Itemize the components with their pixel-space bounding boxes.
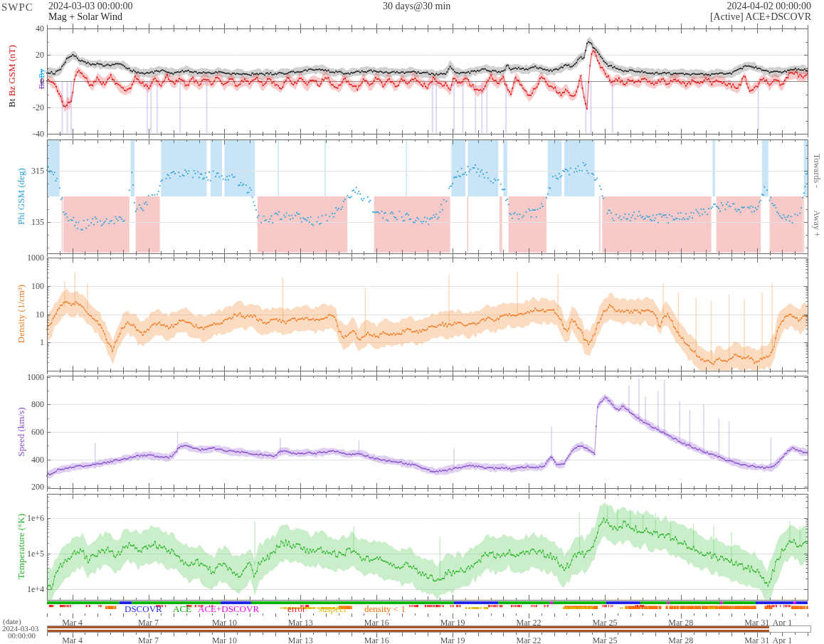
date-tick-label: Mar 19 xyxy=(440,635,465,644)
legend-item-error: error xyxy=(287,603,305,615)
y-tick-label: 10 xyxy=(3,310,44,320)
legend-item-ace: ACE xyxy=(173,603,191,615)
y-tick-label: 315 xyxy=(3,166,44,176)
y-tick-label: 1e+6 xyxy=(3,513,44,524)
y-tick-label: 0 xyxy=(3,76,44,87)
source-status: [Active] ACE+DSCOVR xyxy=(710,11,811,23)
window-start-time: 00:00:00 xyxy=(8,631,36,640)
start-datetime: 2024-03-03 00:00:00 xyxy=(48,1,133,12)
resolution-label: 30 days@30 min xyxy=(383,1,450,12)
away-label: Away + xyxy=(811,210,822,236)
y-tick-label: 1000 xyxy=(3,372,44,383)
y-tick-label: -40 xyxy=(3,129,44,139)
date-tick-label: Apr 1 xyxy=(773,635,793,644)
swpc-logo: SWPC xyxy=(1,1,33,14)
date-tick-label: Mar 28 xyxy=(668,635,693,644)
y-tick-label: 135 xyxy=(3,217,44,228)
date-tick-label: Mar 7 xyxy=(138,635,159,644)
y-tick-label: 800 xyxy=(3,399,44,410)
date-tick-label: Mar 13 xyxy=(288,635,313,644)
end-datetime: 2024-04-02 00:00:00 xyxy=(727,1,811,12)
y-tick-label: 40 xyxy=(3,23,44,34)
legend-item-ace-dscovr: ACE+DSCOVR xyxy=(198,603,259,615)
date-tick-label: Mar 25 xyxy=(592,635,617,644)
y-tick-label: 100 xyxy=(3,281,44,292)
y-tick-label: 1 xyxy=(3,337,44,348)
swpc-solar-wind-viewer: SWPC 2024-03-03 00:00:00 Mag + Solar Win… xyxy=(0,0,824,644)
y-tick-label: 200 xyxy=(3,482,44,492)
legend-item-suspect: suspect xyxy=(319,603,346,615)
date-tick-label: Mar 31 xyxy=(744,635,769,644)
phi-axis-label: Phi GSM (deg) xyxy=(16,168,27,224)
date-tick-label: Mar 16 xyxy=(364,635,389,644)
y-tick-label: 1e+5 xyxy=(3,549,44,559)
plot-title: Mag + Solar Wind xyxy=(48,11,122,23)
legend-item-density-1: density < 1 xyxy=(364,603,406,615)
time-range-handle[interactable] xyxy=(48,626,769,632)
y-tick-label: 1000 xyxy=(3,253,44,263)
y-tick-label: 20 xyxy=(3,50,44,60)
time-range-scrollbar[interactable] xyxy=(47,625,811,633)
date-tick-label: Mar 22 xyxy=(517,635,542,644)
towards-label: Towards - xyxy=(811,154,822,188)
date-tick-label: Mar 4 xyxy=(62,635,83,644)
date-tick-label: Mar 10 xyxy=(212,635,237,644)
y-tick-label: 600 xyxy=(3,427,44,438)
y-tick-label: -20 xyxy=(3,102,44,113)
plot-canvas[interactable] xyxy=(0,0,824,644)
y-tick-label: 1e+4 xyxy=(3,584,44,595)
legend-item-dscovr: DSCOVR xyxy=(125,603,162,615)
y-tick-label: 400 xyxy=(3,455,44,465)
